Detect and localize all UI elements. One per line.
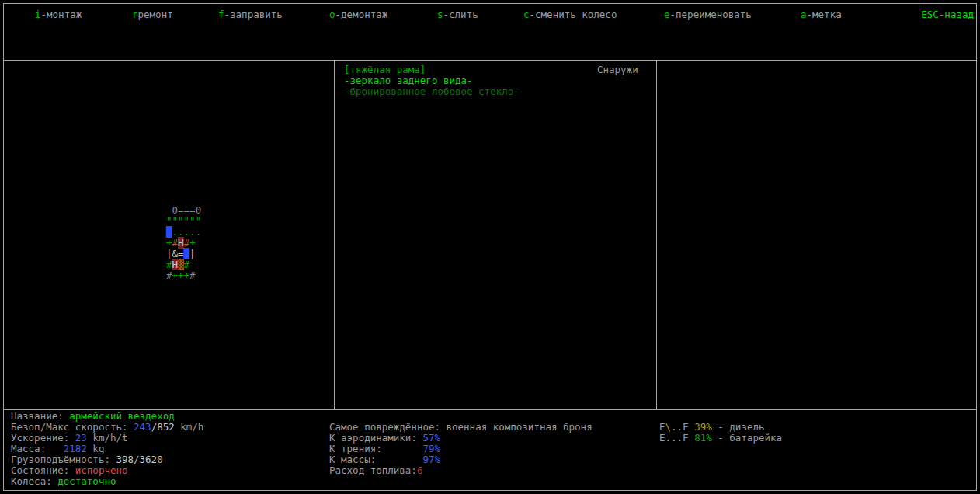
parts-list: [тяжёлая рама] -зеркало заднего вида- -б… — [344, 64, 520, 97]
location-label: Снаружи — [597, 64, 638, 75]
part-list-item[interactable]: -зеркало заднего вида- — [344, 75, 520, 86]
fuel-gauges: E\..F 39% - дизель E...F 81% - батарейка — [659, 422, 782, 444]
stat-mass: Масса: 2182 kg — [11, 444, 203, 454]
stat-wheels: Колёса: достаточно — [11, 476, 203, 487]
menu-item-install[interactable]: i-монтаж — [35, 9, 82, 20]
menu-item-refill[interactable]: f-заправить — [218, 9, 283, 20]
vehicle-interaction-screen: i-монтаж rремонт f-заправить o-демонтаж … — [0, 0, 980, 494]
coef-fuel-usage: Расход топлива:6 — [329, 465, 593, 476]
vehicle-ascii-art[interactable]: 0===0 """""" █..... +#H#+ |&=█| #H▓# #++… — [166, 205, 201, 281]
art-row: #H▓# — [166, 259, 201, 270]
menu-item-siphon[interactable]: s-слить — [437, 9, 478, 20]
selected-part-name: [тяжёлая рама] — [344, 64, 520, 75]
coef-most-damaged: Самое повреждённое: военная композитная … — [329, 422, 593, 433]
menu-item-back[interactable]: ESC-назад — [921, 9, 974, 20]
stat-speed: Безоп/Макс скорость: 243/852 km/h — [11, 422, 203, 433]
fuel-gauge-battery: E...F 81% - батарейка — [659, 433, 782, 444]
coef-friction: К трения: 79% — [329, 444, 593, 454]
art-row: |&=█| — [166, 249, 201, 259]
art-row: █..... — [166, 227, 201, 238]
fuel-gauge-diesel: E\..F 39% - дизель — [659, 422, 782, 433]
art-row: """""" — [166, 216, 201, 227]
stat-name: Название: армейский вездеход — [11, 411, 203, 422]
stat-cargo: Грузоподъёмность: 398/3620 — [11, 454, 203, 465]
stat-acceleration: Ускорение: 23 km/h/t — [11, 433, 203, 444]
menu-item-remove[interactable]: o-демонтаж — [329, 9, 387, 20]
art-row: +#H#+ — [166, 238, 201, 249]
coef-mass: К массы: 97% — [329, 454, 593, 465]
parts-list-panel — [335, 61, 655, 409]
coef-aero: К аэродинамики: 57% — [329, 433, 593, 444]
vehicle-stats: Название: армейский вездеход Безоп/Макс … — [11, 411, 203, 487]
art-row: 0===0 — [166, 205, 201, 216]
menu-item-change-tire[interactable]: c-сменить колесо — [523, 9, 617, 20]
menu-item-rename[interactable]: e-переименовать — [664, 9, 752, 20]
menu-item-label[interactable]: a-метка — [801, 9, 842, 20]
stat-condition: Состояние: испорчено — [11, 465, 203, 476]
empty-panel — [657, 61, 976, 409]
part-list-item[interactable]: -бронированное лобовое стекло- — [344, 86, 520, 97]
art-row: #+++# — [166, 270, 201, 281]
menu-item-repair[interactable]: rремонт — [132, 9, 173, 20]
vehicle-coefficients: Самое повреждённое: военная композитная … — [329, 422, 593, 476]
